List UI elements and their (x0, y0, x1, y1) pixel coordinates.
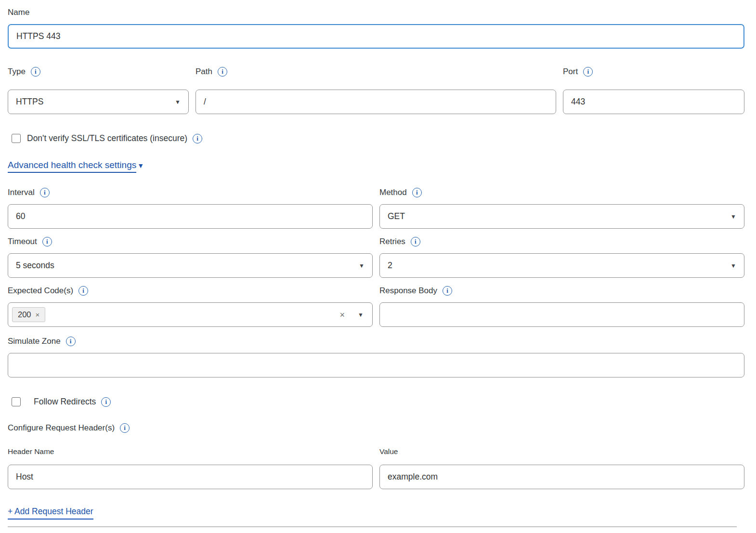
follow-redirects-row: Follow Redirects i (12, 397, 744, 407)
chevron-down-icon: ▼ (359, 263, 365, 269)
timeout-label: Timeout i (8, 236, 373, 247)
name-label: Name (8, 7, 744, 18)
method-label-text: Method (379, 187, 407, 198)
ssl-verify-checkbox[interactable] (12, 134, 21, 143)
info-icon[interactable]: i (78, 286, 88, 296)
type-select-value: HTTPS (16, 97, 43, 107)
chevron-down-icon[interactable]: ▼ (358, 312, 364, 318)
timeout-label-text: Timeout (8, 236, 37, 247)
request-headers-section-label-text: Configure Request Header(s) (8, 422, 115, 434)
info-icon[interactable]: i (31, 67, 40, 77)
method-select[interactable]: GET ▼ (379, 204, 744, 229)
retries-select-value: 2 (388, 260, 392, 271)
health-check-form: Name Type i Path i Port i HTTPS ▼ Don't … (0, 0, 756, 533)
timeout-select[interactable]: 5 seconds ▼ (8, 253, 373, 278)
header-name-column-label: Header Name (8, 446, 373, 456)
response-body-input[interactable] (379, 302, 744, 327)
expected-codes-label-text: Expected Code(s) (8, 285, 73, 297)
expected-codes-label: Expected Code(s) i (8, 285, 373, 297)
info-icon[interactable]: i (42, 237, 52, 247)
header-name-column-label-text: Header Name (8, 446, 54, 456)
interval-label-text: Interval (8, 187, 35, 198)
type-label-text: Type (8, 66, 26, 78)
info-icon[interactable]: i (583, 67, 593, 77)
info-icon[interactable]: i (66, 337, 76, 346)
follow-redirects-label-text: Follow Redirects (34, 397, 96, 407)
retries-select[interactable]: 2 ▼ (379, 253, 744, 278)
info-icon[interactable]: i (412, 188, 422, 197)
follow-redirects-label: Follow Redirects i (34, 397, 111, 407)
expected-code-tag-text: 200 (18, 310, 31, 319)
info-icon[interactable]: i (411, 237, 420, 247)
header-value-input[interactable] (379, 465, 744, 489)
multiselect-controls: × ▼ (340, 311, 364, 319)
info-icon[interactable]: i (193, 134, 202, 143)
add-request-header-link[interactable]: + Add Request Header (8, 507, 93, 520)
value-column-label-text: Value (379, 446, 398, 456)
timeout-select-value: 5 seconds (16, 260, 54, 271)
info-icon[interactable]: i (218, 67, 227, 77)
type-select[interactable]: HTTPS ▼ (8, 90, 189, 114)
path-label: Path i (196, 66, 556, 78)
port-label: Port i (563, 66, 744, 78)
follow-redirects-checkbox[interactable] (12, 397, 21, 406)
chevron-down-icon: ▼ (730, 263, 736, 269)
retries-label: Retries i (379, 236, 744, 247)
request-headers-section-label: Configure Request Header(s) i (8, 422, 744, 434)
advanced-settings-link[interactable]: Advanced health check settings ▼ (8, 160, 144, 173)
interval-input[interactable] (8, 204, 373, 229)
info-icon[interactable]: i (40, 188, 50, 197)
method-select-value: GET (388, 211, 405, 221)
name-label-text: Name (8, 7, 29, 18)
retries-label-text: Retries (379, 236, 405, 247)
simulate-zone-input[interactable] (8, 353, 744, 377)
info-icon[interactable]: i (120, 423, 130, 433)
value-column-label: Value (379, 446, 744, 456)
port-label-text: Port (563, 66, 578, 78)
method-label: Method i (379, 187, 744, 198)
header-name-input[interactable] (8, 465, 373, 489)
path-input[interactable] (196, 90, 556, 114)
chevron-down-icon: ▼ (730, 214, 736, 220)
path-label-text: Path (196, 66, 212, 78)
request-header-row (8, 465, 744, 489)
name-input[interactable] (8, 24, 744, 49)
port-input[interactable] (563, 90, 744, 114)
response-body-label: Response Body i (379, 285, 744, 297)
chevron-down-icon: ▼ (175, 99, 181, 105)
simulate-zone-label: Simulate Zone i (8, 336, 744, 347)
ssl-verify-checkbox-row: Don't verify SSL/TLS certificates (insec… (12, 133, 744, 143)
interval-label: Interval i (8, 187, 373, 198)
info-icon[interactable]: i (101, 397, 111, 407)
ssl-verify-label-text: Don't verify SSL/TLS certificates (insec… (27, 133, 187, 143)
section-divider (8, 526, 737, 527)
simulate-zone-label-text: Simulate Zone (8, 336, 61, 347)
expected-codes-multiselect[interactable]: 200 × × ▼ (8, 302, 373, 327)
clear-all-icon[interactable]: × (340, 311, 345, 319)
advanced-settings-link-text: Advanced health check settings (8, 160, 136, 173)
remove-tag-icon[interactable]: × (36, 311, 40, 319)
ssl-verify-label: Don't verify SSL/TLS certificates (insec… (27, 133, 202, 143)
type-label: Type i (8, 66, 189, 78)
info-icon[interactable]: i (443, 286, 452, 296)
expected-code-tag: 200 × (12, 307, 45, 322)
chevron-down-icon: ▼ (137, 162, 144, 169)
response-body-label-text: Response Body (379, 285, 437, 297)
